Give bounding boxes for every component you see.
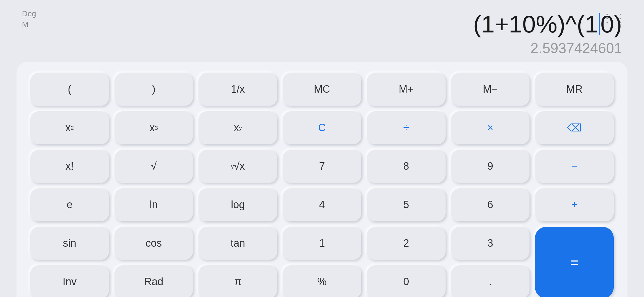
- ln-button[interactable]: ln: [114, 188, 193, 221]
- cos-button[interactable]: cos: [114, 227, 193, 260]
- expression-pre: (1+10%)^(1: [473, 11, 598, 38]
- x2-button[interactable]: x2: [30, 111, 109, 144]
- 1-button[interactable]: 1: [283, 227, 361, 260]
- m-mode: M: [22, 19, 36, 30]
- yroot-button[interactable]: y√x: [198, 150, 277, 183]
- display-area: Deg M (1+10%)^(10) 2.5937424601 ⋮⋮: [0, 0, 644, 62]
- menu-button[interactable]: ⋮⋮: [601, 11, 627, 25]
- 9-button[interactable]: 9: [451, 150, 530, 183]
- pi-button[interactable]: π: [198, 265, 277, 297]
- log-button[interactable]: log: [198, 188, 277, 221]
- display-result: 2.5937424601: [530, 40, 622, 56]
- factorial-button[interactable]: x!: [30, 150, 109, 183]
- xy-button[interactable]: xy: [198, 111, 277, 144]
- deg-mode: Deg: [22, 8, 36, 19]
- x3-button[interactable]: x3: [114, 111, 193, 144]
- 8-button[interactable]: 8: [367, 150, 446, 183]
- 6-button[interactable]: 6: [451, 188, 530, 221]
- sqrt-button[interactable]: √: [114, 150, 193, 183]
- divide-button[interactable]: ÷: [367, 111, 446, 144]
- button-grid: ( ) 1/x MC M+ M− MR x2 x3 xy C ÷ × ⌫ x! …: [17, 62, 627, 297]
- mminus-button[interactable]: M−: [451, 73, 530, 106]
- 7-button[interactable]: 7: [283, 150, 361, 183]
- mode-indicators: Deg M: [22, 8, 36, 30]
- rad-button[interactable]: Rad: [114, 265, 193, 297]
- 4-button[interactable]: 4: [283, 188, 361, 221]
- multiply-button[interactable]: ×: [451, 111, 530, 144]
- calculator-body: ( ) 1/x MC M+ M− MR x2 x3 xy C ÷ × ⌫ x! …: [0, 62, 644, 297]
- 3-button[interactable]: 3: [451, 227, 530, 260]
- 2-button[interactable]: 2: [367, 227, 446, 260]
- mr-button[interactable]: MR: [535, 73, 614, 106]
- cursor: [599, 13, 600, 35]
- open-paren-button[interactable]: (: [30, 73, 109, 106]
- decimal-button[interactable]: .: [451, 265, 530, 297]
- mc-button[interactable]: MC: [283, 73, 361, 106]
- display-expression: (1+10%)^(10): [473, 11, 622, 38]
- backspace-button[interactable]: ⌫: [535, 111, 614, 144]
- 5-button[interactable]: 5: [367, 188, 446, 221]
- tan-button[interactable]: tan: [198, 227, 277, 260]
- 0-button[interactable]: 0: [367, 265, 446, 297]
- inv-button[interactable]: Inv: [30, 265, 109, 297]
- subtract-button[interactable]: −: [535, 150, 614, 183]
- reciprocal-button[interactable]: 1/x: [198, 73, 277, 106]
- add-button[interactable]: +: [535, 188, 614, 221]
- percent-button[interactable]: %: [283, 265, 361, 297]
- clear-button[interactable]: C: [283, 111, 361, 144]
- e-button[interactable]: e: [30, 188, 109, 221]
- mplus-button[interactable]: M+: [367, 73, 446, 106]
- close-paren-button[interactable]: ): [114, 73, 193, 106]
- equals-button[interactable]: =: [535, 227, 614, 297]
- sin-button[interactable]: sin: [30, 227, 109, 260]
